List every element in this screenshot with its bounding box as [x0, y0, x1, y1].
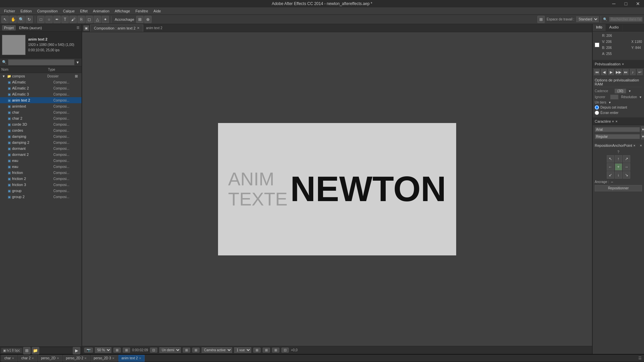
tool-text[interactable]: T [61, 16, 69, 23]
tool-brush[interactable]: 🖌 [69, 16, 77, 23]
tool-pen[interactable]: ✒ [53, 16, 61, 23]
tool-ellipse[interactable]: ○ [45, 16, 53, 23]
anchor-close[interactable]: × [640, 143, 642, 147]
list-item[interactable]: ▣ damping 2 Composi... [0, 139, 82, 145]
timeline-tab-char2[interactable]: char 2 ✕ [18, 355, 37, 362]
font-input[interactable] [595, 127, 640, 132]
list-item[interactable]: ▣ damping Composi... [0, 133, 82, 139]
workspace-btn[interactable]: ⊞ [537, 16, 545, 23]
tab-close-perso2d2[interactable]: ✕ [84, 357, 87, 360]
list-item[interactable]: ▣ AEmatic 2 Composi... [0, 85, 82, 91]
tool-roto[interactable]: △ [94, 16, 101, 23]
menu-fenetre[interactable]: Fenêtre [133, 8, 151, 14]
resolution-select[interactable]: Un demi [159, 347, 181, 353]
tab-close-perso2d[interactable]: ✕ [57, 357, 59, 360]
tab-close-animtext2[interactable]: ✕ [139, 357, 142, 360]
timeline-tab-perso2d3[interactable]: perso_2D 3 ✕ [91, 355, 118, 362]
effects-tab[interactable]: Effets (aucun) [17, 25, 44, 31]
anchor-tr[interactable]: ↗ [623, 155, 630, 163]
tool-accrochage[interactable]: ⊞ [136, 16, 144, 23]
project-tab[interactable]: Projet [2, 25, 16, 31]
anchor-tc[interactable]: ↑ [615, 155, 622, 163]
workspace-select[interactable]: Standard [576, 16, 599, 22]
close-button[interactable]: ✕ [632, 0, 644, 7]
tab-close-char[interactable]: ✕ [12, 357, 14, 360]
reposition-button[interactable]: Repositionner [595, 185, 642, 191]
project-list[interactable]: ▼ 📁 compos Dossier ⊞ ▣ AEmatic Composi..… [0, 73, 82, 347]
project-settings-btn[interactable]: ⊞ [23, 347, 31, 354]
list-item[interactable]: ▣ cordes Composi... [0, 127, 82, 133]
tool-puppet[interactable]: ✦ [102, 16, 109, 23]
timeline-tab-animtext2[interactable]: anim text 2 ✕ [118, 355, 145, 362]
menu-calque[interactable]: Calque [60, 8, 77, 14]
anchor-tl[interactable]: ↖ [607, 155, 614, 163]
project-new-folder[interactable]: 📁 [32, 347, 39, 354]
project-search-input[interactable] [8, 59, 74, 65]
menu-composition[interactable]: Composition [35, 8, 60, 14]
list-item[interactable]: ▣ eau Composi... [0, 164, 82, 170]
viewer-grid[interactable]: ⊞ [123, 348, 130, 353]
menu-animation[interactable]: Animation [90, 8, 112, 14]
prev-prev-frame[interactable]: ◀ [601, 69, 607, 75]
minimize-button[interactable]: ─ [608, 0, 620, 7]
prev-audio[interactable]: ♪ [630, 69, 636, 75]
style-input[interactable] [595, 134, 640, 139]
list-item[interactable]: ▣ char 2 Composi... [0, 115, 82, 121]
info-tab[interactable]: Info [593, 24, 606, 31]
anchor-mc[interactable]: + [615, 163, 622, 171]
timeline-tab-char[interactable]: char ✕ [1, 355, 17, 362]
prev-cadence-input[interactable] [614, 88, 626, 94]
anchor-br[interactable]: ↘ [623, 171, 630, 179]
list-item[interactable]: ▣ dormant Composi... [0, 145, 82, 152]
prev-play[interactable]: ▶ [608, 69, 614, 75]
list-item[interactable]: ▣ anim text 2 Composi... [0, 97, 82, 103]
zoom-select[interactable]: 50 % [95, 347, 111, 353]
prev-ecran-radio[interactable] [595, 111, 599, 115]
viewer-render[interactable]: ⊞ [253, 348, 261, 353]
style-btn[interactable]: ▼ [641, 133, 644, 139]
search-options-icon[interactable]: ▼ [76, 60, 79, 64]
maximize-button[interactable]: □ [620, 0, 632, 7]
tool-clone[interactable]: ⎘ [77, 16, 85, 23]
comp-tab-main[interactable]: Composition : anim text 2 ✕ [90, 24, 143, 32]
list-item[interactable]: ▣ friction 2 Composi... [0, 176, 82, 182]
timeline-panel-menu[interactable]: ☰ [637, 356, 643, 361]
list-item[interactable]: ▣ char Composi... [0, 109, 82, 115]
prev-last-frame[interactable]: ⏭ [623, 69, 629, 75]
list-item[interactable]: ▣ friction Composi... [0, 170, 82, 176]
tool-hand[interactable]: ✋ [9, 16, 17, 23]
list-item[interactable]: ▣ eau Composi... [0, 158, 82, 164]
prev-next-frame[interactable]: ▶▶ [615, 69, 622, 75]
prev-ignorer-input[interactable] [610, 95, 619, 100]
prev-depuis-radio[interactable] [595, 105, 599, 110]
timeline-tab-perso2d2[interactable]: perso_2D 2 ✕ [63, 355, 90, 362]
timeline-tab-perso2d[interactable]: perso_2D ✕ [38, 355, 62, 362]
list-item[interactable]: ▣ dormant 2 Composi... [0, 152, 82, 158]
menu-edition[interactable]: Edition [18, 8, 35, 14]
viewer-fit[interactable]: ⊞ [113, 348, 121, 353]
camera-select[interactable]: Caméra active [202, 347, 232, 353]
tool-eraser[interactable]: ◻ [86, 16, 93, 23]
list-item[interactable]: ▣ AEmatic 3 Composi... [0, 91, 82, 97]
list-item[interactable]: ▣ friction 3 Composi... [0, 182, 82, 188]
menu-effet[interactable]: Effet [77, 8, 90, 14]
anchor-mr[interactable]: → [623, 163, 630, 171]
project-panel-menu[interactable]: ☰ [76, 26, 79, 29]
menu-fichier[interactable]: Fichier [1, 8, 18, 14]
list-item[interactable]: ▣ AEmatic Composi... [0, 79, 82, 85]
viewer-transparency[interactable]: ⊞ [183, 348, 190, 353]
list-item[interactable]: ▣ corde 3D Composi... [0, 121, 82, 127]
prev-loop[interactable]: ↩ [637, 69, 643, 75]
anchor-bl[interactable]: ↙ [607, 171, 614, 179]
list-item[interactable]: ▼ 📁 compos Dossier ⊞ [0, 73, 82, 79]
comp-viewer[interactable]: ANIM TEXTE NEWTON [82, 32, 592, 346]
list-item[interactable]: ▣ group Composi... [0, 188, 82, 194]
viewer-snapshot[interactable]: 📷 [84, 348, 93, 353]
comp-tab-close[interactable]: ✕ [137, 26, 140, 30]
tab-close-perso2d3[interactable]: ✕ [112, 357, 115, 360]
global-search-input[interactable] [609, 17, 643, 22]
menu-aide[interactable]: Aide [151, 8, 164, 14]
viewer-export[interactable]: ⊞ [263, 348, 270, 353]
tool-rotate[interactable]: ↻ [25, 16, 33, 23]
tab-close-char2[interactable]: ✕ [32, 357, 34, 360]
